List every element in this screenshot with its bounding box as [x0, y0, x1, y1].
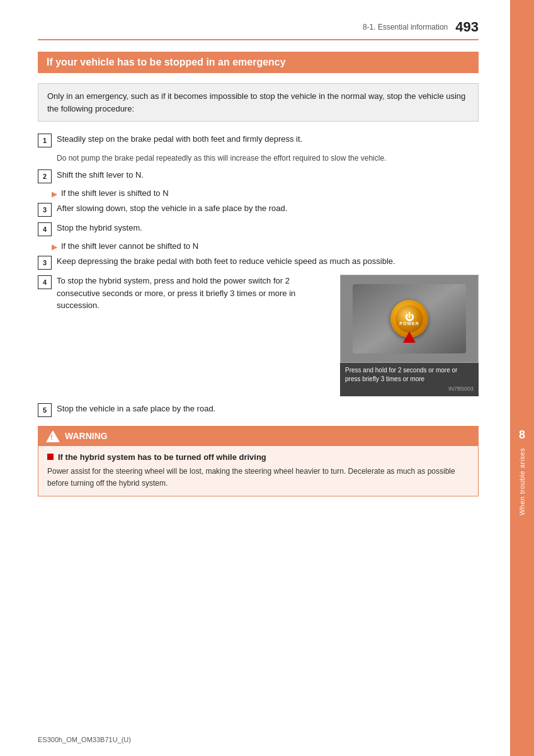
page-number: 493: [455, 19, 479, 35]
warning-box: WARNING If the hybrid system has to be t…: [38, 426, 479, 496]
step-3b-text: Keep depressing the brake pedal with bot…: [57, 255, 479, 268]
step-3b-number: 3: [38, 256, 52, 270]
image-caption-box: Press and hold for 2 seconds or more or …: [340, 363, 479, 396]
step-3-number: 3: [38, 203, 52, 217]
power-symbol: ⏻: [405, 312, 414, 321]
step-4-row: 4 Stop the hybrid system.: [38, 222, 479, 236]
red-arrow-up: [403, 331, 416, 343]
footer-text: ES300h_OM_OM33B71U_(U): [38, 736, 131, 743]
step-4-arrow-text: If the shift lever cannot be shifted to …: [61, 241, 198, 251]
step-2-text: Shift the shift lever to N.: [57, 169, 479, 181]
arrow-icon-2: ▶: [52, 190, 57, 198]
step-2-row: 2 Shift the shift lever to N.: [38, 169, 479, 183]
power-word: POWER: [399, 321, 419, 326]
step-1-number: 1: [38, 134, 52, 147]
info-box-text: Only in an emergency, such as if it beco…: [47, 91, 465, 113]
power-graphic: ⏻ POWER: [353, 284, 466, 353]
warning-label: WARNING: [65, 431, 108, 441]
sidebar-number: 8: [519, 428, 525, 442]
image-id: IN7B5003: [345, 385, 474, 393]
warning-body-text: Power assist for the steering wheel will…: [47, 466, 469, 490]
step-3b-row: 3 Keep depressing the brake pedal with b…: [38, 255, 479, 270]
warning-body-title: If the hybrid system has to be turned of…: [58, 452, 266, 462]
main-content: 8-1. Essential information 493 If your v…: [0, 0, 510, 534]
step-4b-text: To stop the hybrid system, press and hol…: [57, 275, 334, 312]
step-5-text: Stop the vehicle in a safe place by the …: [57, 403, 479, 415]
step-4-arrow: ▶ If the shift lever cannot be shifted t…: [52, 241, 479, 251]
step-3-row: 3 After slowing down, stop the vehicle i…: [38, 202, 479, 217]
step-4b-with-image: 4 To stop the hybrid system, press and h…: [38, 275, 479, 396]
page-title: If your vehicle has to be stopped in an …: [47, 57, 470, 68]
warning-header: WARNING: [38, 427, 478, 446]
step-5-number: 5: [38, 403, 52, 417]
step-1-row: 1 Steadily step on the brake pedal with …: [38, 133, 479, 147]
step-2-arrow: ▶ If the shift lever is shifted to N: [52, 188, 479, 198]
arrow-icon-4: ▶: [52, 243, 57, 251]
title-banner: If your vehicle has to be stopped in an …: [38, 52, 479, 73]
step-4b-left: 4 To stop the hybrid system, press and h…: [38, 275, 340, 312]
header-section: 8-1. Essential information: [363, 23, 448, 32]
page-footer: ES300h_OM_OM33B71U_(U): [38, 736, 131, 743]
warning-body: If the hybrid system has to be turned of…: [38, 446, 478, 496]
power-button-inner: ⏻ POWER: [395, 305, 423, 333]
power-button-image: ⏻ POWER: [340, 275, 479, 363]
info-box: Only in an emergency, such as if it beco…: [38, 83, 479, 122]
red-square-icon: [47, 454, 54, 460]
step-2-number: 2: [38, 169, 52, 183]
step-4-number: 4: [38, 222, 52, 236]
page-header: 8-1. Essential information 493: [38, 19, 479, 40]
step-1-subnote: Do not pump the brake pedal repeatedly a…: [57, 152, 479, 164]
warning-title-row: If the hybrid system has to be turned of…: [47, 452, 469, 462]
step-4b-number: 4: [38, 275, 52, 289]
step-4b-row: 4 To stop the hybrid system, press and h…: [38, 275, 334, 312]
step-3-text: After slowing down, stop the vehicle in …: [57, 202, 479, 215]
step-4b-image-area: ⏻ POWER Press and hold for 2 seconds or …: [340, 275, 479, 396]
warning-triangle-icon: [46, 430, 60, 442]
steps-container: 1 Steadily step on the brake pedal with …: [38, 133, 479, 396]
step-2-arrow-text: If the shift lever is shifted to N: [61, 188, 169, 198]
step-5-row: 5 Stop the vehicle in a safe place by th…: [38, 403, 479, 417]
image-caption-text: Press and hold for 2 seconds or more or …: [345, 367, 457, 382]
right-sidebar: 8 When trouble arises: [510, 0, 534, 756]
page-container: 8 When trouble arises 8-1. Essential inf…: [0, 0, 534, 756]
step-4-text: Stop the hybrid system.: [57, 222, 479, 234]
sidebar-text: When trouble arises: [518, 448, 526, 515]
step-1-text: Steadily step on the brake pedal with bo…: [57, 133, 479, 146]
